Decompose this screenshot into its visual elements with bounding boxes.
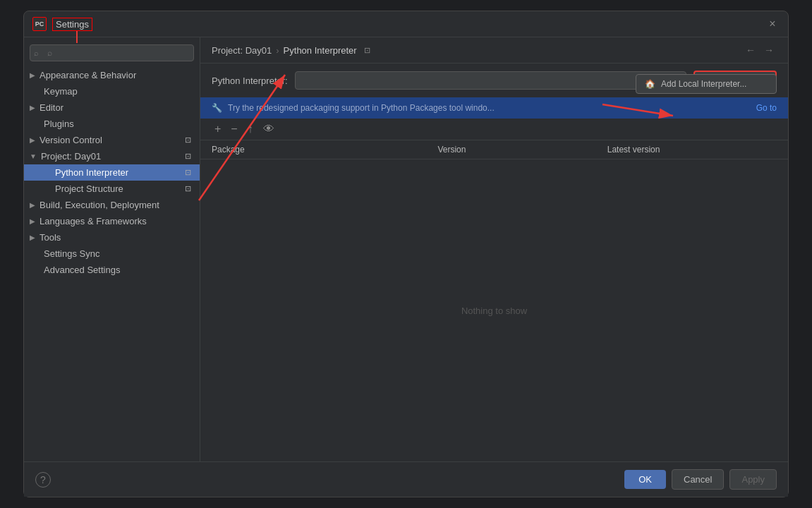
expand-arrow: ▶ bbox=[30, 136, 35, 144]
dialog-body: ⌕ ▶ Appearance & Behavior Keymap ▶ Edito… bbox=[24, 37, 788, 461]
sidebar-item-languages[interactable]: ▶ Languages & Frameworks bbox=[24, 213, 200, 229]
cancel-button[interactable]: Cancel bbox=[672, 469, 724, 490]
sidebar-item-label: Version Control bbox=[40, 135, 102, 145]
search-input[interactable] bbox=[30, 44, 194, 61]
expand-arrow: ▶ bbox=[30, 201, 35, 209]
show-details-button[interactable]: 👁 bbox=[260, 121, 277, 137]
packages-toolbar: + − ↑ 👁 bbox=[200, 119, 788, 140]
sidebar-item-version-control[interactable]: ▶ Version Control ⊡ bbox=[24, 132, 200, 148]
breadcrumb-current: Python Interpreter bbox=[284, 45, 357, 56]
main-panel: Project: Day01 › Python Interpreter ⊡ ← … bbox=[200, 37, 788, 461]
app-logo: PC bbox=[32, 17, 47, 31]
settings-icon: ⊡ bbox=[185, 168, 191, 177]
settings-dialog: PC Settings × ⌕ ▶ Appearance & Behavior … bbox=[23, 11, 789, 497]
add-local-label: Add Local Interpreter... bbox=[661, 79, 746, 89]
sidebar-item-label: Editor bbox=[40, 102, 63, 113]
table-body: Nothing to show bbox=[200, 159, 788, 461]
sidebar-item-tools[interactable]: ▶ Tools bbox=[24, 229, 200, 246]
interpreter-select[interactable] bbox=[295, 71, 686, 90]
sidebar-item-label: Settings Sync bbox=[44, 248, 100, 259]
info-banner: 🔧 Try the redesigned packaging support i… bbox=[200, 97, 788, 119]
sidebar-item-plugins[interactable]: Plugins bbox=[24, 116, 200, 132]
add-package-button[interactable]: + bbox=[212, 121, 224, 137]
remove-package-button[interactable]: − bbox=[228, 121, 240, 137]
column-latest: Latest version bbox=[607, 145, 777, 155]
sidebar-item-label: Project: Day01 bbox=[41, 151, 101, 162]
expand-arrow: ▶ bbox=[30, 234, 35, 241]
packaging-icon: 🔧 bbox=[212, 103, 222, 113]
settings-icon: ⊡ bbox=[185, 184, 191, 193]
breadcrumb-bar: Project: Day01 › Python Interpreter ⊡ ← … bbox=[200, 37, 788, 64]
packages-table-area: + − ↑ 👁 Package Version Latest version N… bbox=[200, 119, 788, 461]
add-local-interpreter-item[interactable]: 🏠 Add Local Interpreter... bbox=[636, 75, 776, 93]
dialog-title: Settings bbox=[52, 18, 92, 31]
sidebar-item-settings-sync[interactable]: Settings Sync bbox=[24, 246, 200, 262]
sidebar-item-label: Appearance & Behavior bbox=[40, 70, 136, 80]
sidebar-item-project[interactable]: ▼ Project: Day01 ⊡ bbox=[24, 148, 200, 164]
expand-arrow: ▼ bbox=[30, 152, 37, 160]
sidebar-item-appearance[interactable]: ▶ Appearance & Behavior bbox=[24, 67, 200, 83]
table-header: Package Version Latest version bbox=[200, 140, 788, 159]
sidebar-item-label: Plugins bbox=[44, 119, 74, 129]
sidebar-item-label: Tools bbox=[40, 232, 61, 243]
search-box: ⌕ bbox=[30, 44, 194, 61]
forward-button[interactable]: → bbox=[761, 43, 777, 57]
title-bar: PC Settings × bbox=[24, 11, 788, 37]
breadcrumb-parent: Project: Day01 bbox=[212, 45, 272, 56]
home-icon: 🏠 bbox=[645, 79, 655, 89]
go-to-link[interactable]: Go to bbox=[756, 103, 777, 113]
footer: ? OK Cancel Apply bbox=[24, 461, 788, 497]
sidebar-item-label: Keymap bbox=[44, 86, 78, 97]
expand-arrow: ▶ bbox=[30, 104, 35, 111]
settings-icon: ⊡ bbox=[185, 135, 191, 145]
add-interpreter-dropdown: 🏠 Add Local Interpreter... bbox=[636, 74, 777, 94]
back-button[interactable]: ← bbox=[743, 43, 758, 57]
interpreter-label: Python Interpreter: bbox=[212, 75, 288, 86]
expand-arrow: ▶ bbox=[30, 217, 35, 225]
sidebar-item-project-structure[interactable]: Project Structure ⊡ bbox=[24, 181, 200, 197]
sidebar-item-keymap[interactable]: Keymap bbox=[24, 83, 200, 99]
sidebar-item-editor[interactable]: ▶ Editor bbox=[24, 99, 200, 116]
edit-breadcrumb-icon[interactable]: ⊡ bbox=[364, 46, 370, 55]
sidebar-item-label: Python Interpreter bbox=[55, 167, 128, 178]
search-icon: ⌕ bbox=[34, 49, 39, 57]
upgrade-package-button[interactable]: ↑ bbox=[245, 121, 256, 137]
apply-button[interactable]: Apply bbox=[729, 469, 777, 490]
sidebar-item-python-interpreter[interactable]: Python Interpreter ⊡ bbox=[24, 164, 200, 181]
close-button[interactable]: × bbox=[765, 17, 780, 31]
sidebar-item-label: Languages & Frameworks bbox=[40, 216, 147, 226]
sidebar-item-advanced-settings[interactable]: Advanced Settings bbox=[24, 262, 200, 278]
settings-icon: ⊡ bbox=[185, 152, 191, 161]
nav-arrows: ← → bbox=[743, 43, 777, 57]
sidebar-item-label: Project Structure bbox=[55, 183, 123, 194]
banner-text: Try the redesigned packaging support in … bbox=[228, 103, 495, 113]
column-package: Package bbox=[212, 145, 437, 155]
ok-button[interactable]: OK bbox=[624, 470, 666, 489]
help-button[interactable]: ? bbox=[35, 472, 51, 488]
sidebar-item-label: Build, Execution, Deployment bbox=[40, 200, 159, 210]
empty-message: Nothing to show bbox=[461, 306, 527, 316]
sidebar-item-label: Advanced Settings bbox=[44, 265, 120, 275]
logo-text: PC bbox=[35, 20, 44, 28]
column-version: Version bbox=[437, 145, 607, 155]
breadcrumb-separator: › bbox=[276, 45, 279, 56]
expand-arrow: ▶ bbox=[30, 71, 35, 79]
sidebar-item-build[interactable]: ▶ Build, Execution, Deployment bbox=[24, 197, 200, 213]
sidebar: ⌕ ▶ Appearance & Behavior Keymap ▶ Edito… bbox=[24, 37, 200, 461]
